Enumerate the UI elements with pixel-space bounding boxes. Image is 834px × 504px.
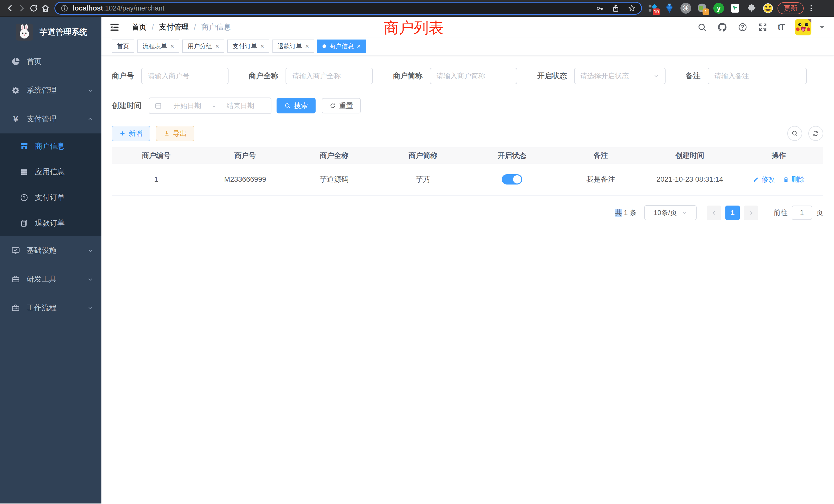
avatar-caret-icon[interactable] xyxy=(820,26,824,29)
share-icon[interactable] xyxy=(611,4,620,13)
address-bar[interactable]: localhost:1024/pay/merchant xyxy=(54,2,642,15)
refresh-table-button[interactable] xyxy=(808,126,823,141)
password-key-icon[interactable] xyxy=(595,4,604,13)
total-count: 共 1 条 xyxy=(615,208,637,217)
chevron-down-icon xyxy=(87,87,94,94)
export-button[interactable]: 导出 xyxy=(156,126,194,141)
browser-toolbar: localhost:1024/pay/merchant 10 ⌘ 1 xyxy=(0,0,834,17)
page-number-1[interactable]: 1 xyxy=(725,206,740,220)
toggle-search-button[interactable] xyxy=(787,126,802,141)
edit-link[interactable]: 修改 xyxy=(753,175,775,184)
breadcrumb-home[interactable]: 首页 xyxy=(132,22,147,32)
sidebar-item-infra[interactable]: 基础设施 xyxy=(0,236,102,265)
active-tab-dot xyxy=(323,44,326,48)
sidebar-item-payment[interactable]: ¥ 支付管理 xyxy=(0,105,102,134)
calendar-icon xyxy=(154,102,162,110)
chevron-down-icon xyxy=(87,276,94,282)
payment-submenu: 商户信息 应用信息 支付订单 退款订单 xyxy=(0,134,102,236)
workflow-extension-icon[interactable]: 10 xyxy=(647,2,659,14)
sidebar-item-system[interactable]: 系统管理 xyxy=(0,76,102,105)
reset-button[interactable]: 重置 xyxy=(322,98,361,113)
remark-label: 备注 xyxy=(686,71,701,81)
tab-merchant-info[interactable]: 商户信息× xyxy=(317,40,366,53)
delete-link[interactable]: 删除 xyxy=(783,175,805,184)
home-icon[interactable] xyxy=(40,2,51,14)
close-icon[interactable]: × xyxy=(260,43,264,49)
extension-badge: 1 xyxy=(703,8,709,15)
chevron-down-icon xyxy=(653,73,659,79)
fullscreen-icon[interactable] xyxy=(758,22,768,32)
table-header: 商户编号 商户号 商户全称 商户简称 开启状态 备注 创建时间 操作 xyxy=(112,147,823,164)
hamburger-fold-icon[interactable] xyxy=(109,22,120,32)
tab-home[interactable]: 首页 xyxy=(112,40,134,53)
close-icon[interactable]: × xyxy=(215,43,219,49)
filter-row-2: 创建时间 开始日期 - 结束日期 搜索 重置 xyxy=(112,97,823,114)
add-button[interactable]: 新增 xyxy=(112,126,150,141)
page-size-select[interactable]: 10条/页 xyxy=(644,205,697,220)
sidebar-item-workflow[interactable]: 工作流程 xyxy=(0,294,102,322)
breadcrumb-payment[interactable]: 支付管理 xyxy=(159,22,189,32)
chrome-update-button[interactable]: 更新 xyxy=(777,2,804,14)
tab-refund-order[interactable]: 退款订单× xyxy=(272,40,314,53)
prev-page-button[interactable] xyxy=(707,206,721,220)
end-date-placeholder[interactable]: 结束日期 xyxy=(215,101,266,110)
back-icon[interactable] xyxy=(4,2,16,14)
sidebar-item-pay-order[interactable]: 支付订单 xyxy=(0,185,102,210)
search-icon xyxy=(284,102,291,109)
tab-user-group[interactable]: 用户分组× xyxy=(182,40,224,53)
sidebar-item-refund-order[interactable]: 退款订单 xyxy=(0,210,102,236)
merchant-table: 商户编号 商户号 商户全称 商户简称 开启状态 备注 创建时间 操作 1 M23… xyxy=(112,147,823,196)
tab-process-form[interactable]: 流程表单× xyxy=(137,40,179,53)
github-icon[interactable] xyxy=(717,22,727,32)
help-icon[interactable] xyxy=(738,22,747,32)
close-icon[interactable]: × xyxy=(170,43,174,49)
refund-doc-icon xyxy=(20,219,29,228)
font-size-icon[interactable]: tT xyxy=(778,23,785,32)
start-date-placeholder[interactable]: 开始日期 xyxy=(162,101,213,110)
full-name-input[interactable] xyxy=(286,68,373,84)
browser-menu-icon[interactable] xyxy=(805,2,817,14)
briefcase-icon xyxy=(11,303,21,313)
remark-input[interactable] xyxy=(708,68,807,84)
status-label: 开启状态 xyxy=(537,71,567,81)
status-select[interactable]: 请选择开启状态 xyxy=(574,68,665,84)
reload-icon[interactable] xyxy=(28,2,40,14)
proxy-extension-icon[interactable]: 1 xyxy=(696,2,708,14)
status-toggle[interactable] xyxy=(502,174,522,184)
table-row: 1 M233666999 芋道源码 芋艿 我是备注 2021-10-23 08:… xyxy=(112,164,823,196)
table-toolbar: 新增 导出 xyxy=(112,126,823,141)
app-logo-rabbit xyxy=(16,24,33,41)
goto-page-input[interactable] xyxy=(792,206,812,220)
full-name-label: 商户全称 xyxy=(248,71,278,81)
short-name-input[interactable] xyxy=(430,68,517,84)
y-extension-icon[interactable]: y xyxy=(713,2,725,14)
close-icon[interactable]: × xyxy=(305,43,309,49)
sidebar-item-dev-tools[interactable]: 研发工具 xyxy=(0,265,102,294)
close-icon[interactable]: × xyxy=(357,43,361,49)
app-logo-row[interactable]: 芋道管理系统 xyxy=(0,17,102,47)
sidebar-item-merchant-info[interactable]: 商户信息 xyxy=(0,134,102,159)
forward-icon[interactable] xyxy=(16,2,28,14)
toggle-knob xyxy=(513,175,521,183)
next-page-button[interactable] xyxy=(744,206,758,220)
filter-row-1: 商户号 商户全称 商户简称 开启状态 请选择开启状态 xyxy=(112,68,823,84)
emoji-extension-icon[interactable] xyxy=(762,2,774,14)
search-button[interactable]: 搜索 xyxy=(277,98,315,113)
site-info-icon[interactable] xyxy=(60,4,69,12)
extensions-puzzle-icon[interactable] xyxy=(746,2,758,14)
command-extension-icon[interactable]: ⌘ xyxy=(680,2,692,14)
app-header: 首页 / 支付管理 / 商户信息 tT xyxy=(102,17,834,38)
short-name-label: 商户简称 xyxy=(393,71,423,81)
page-unit-label: 页 xyxy=(816,208,823,217)
merchant-id-input[interactable] xyxy=(141,68,228,84)
header-search-icon[interactable] xyxy=(697,22,707,32)
tab-pay-order[interactable]: 支付订单× xyxy=(227,40,269,53)
avatar[interactable] xyxy=(795,19,811,36)
gem-extension-icon[interactable] xyxy=(663,2,675,14)
notes-extension-icon[interactable] xyxy=(729,2,741,14)
create-time-range-picker[interactable]: 开始日期 - 结束日期 xyxy=(149,97,271,114)
pagination: 共 1 条 10条/页 1 前往 页 xyxy=(112,205,823,220)
sidebar-item-app-info[interactable]: 应用信息 xyxy=(0,159,102,185)
bookmark-star-icon[interactable] xyxy=(627,4,636,13)
sidebar-item-home[interactable]: 首页 xyxy=(0,47,102,76)
